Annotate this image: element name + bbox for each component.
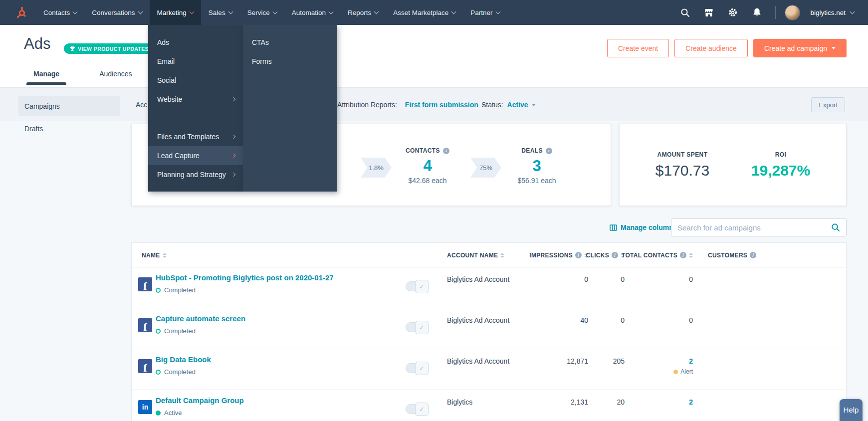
status-text: Completed bbox=[164, 368, 196, 376]
campaign-name-link[interactable]: Big Data Ebook bbox=[156, 355, 211, 364]
chevron-down-icon bbox=[228, 9, 233, 14]
total-contacts-cell: 0 bbox=[689, 316, 693, 324]
chevron-down-icon bbox=[495, 9, 500, 14]
chevron-down-icon bbox=[189, 9, 194, 14]
avatar[interactable] bbox=[785, 5, 800, 20]
deals-cost-each: $56.91 each bbox=[517, 177, 556, 185]
column-header-clicks[interactable]: CLICKS i bbox=[586, 243, 625, 267]
contacts-value: 4 bbox=[423, 157, 432, 175]
status-dropdown[interactable]: Active bbox=[507, 101, 536, 109]
info-icon[interactable]: i bbox=[546, 148, 552, 154]
tab-audiences[interactable]: Audiences bbox=[92, 66, 139, 85]
submenu-item-forms[interactable]: Forms bbox=[243, 52, 337, 71]
campaign-toggle[interactable]: ✓ bbox=[406, 281, 428, 291]
chevron-down-icon bbox=[272, 9, 277, 14]
status-completed-icon bbox=[156, 288, 161, 293]
nav-contacts[interactable]: Contacts bbox=[36, 0, 84, 25]
tab-manage[interactable]: Manage bbox=[26, 66, 66, 85]
campaign-status: Completed bbox=[156, 368, 196, 376]
chevron-down-icon[interactable] bbox=[850, 9, 855, 14]
column-header-account-name[interactable]: ACCOUNT NAME bbox=[447, 243, 504, 267]
info-icon[interactable]: i bbox=[680, 252, 686, 258]
search-icon[interactable] bbox=[675, 3, 694, 22]
status-completed-icon bbox=[156, 329, 161, 334]
menu-item-email[interactable]: Email bbox=[148, 52, 243, 71]
view-product-updates-badge[interactable]: VIEW PRODUCT UPDATES bbox=[64, 43, 154, 54]
search-input[interactable] bbox=[677, 223, 827, 232]
total-contacts-link[interactable]: 2 bbox=[689, 398, 693, 406]
chevron-right-icon bbox=[231, 135, 235, 139]
sidebar-item-campaigns[interactable]: Campaigns bbox=[18, 96, 120, 116]
menu-item-files-and-templates[interactable]: Files and Templates bbox=[148, 127, 243, 146]
conversion-rate-2: 75% bbox=[479, 164, 492, 172]
menu-item-social[interactable]: Social bbox=[148, 71, 243, 90]
campaign-toggle[interactable]: ✓ bbox=[406, 404, 428, 414]
submenu-item-ctas[interactable]: CTAs bbox=[243, 33, 337, 52]
nav-conversations-label: Conversations bbox=[92, 9, 135, 16]
account-name[interactable]: biglytics.net bbox=[810, 9, 846, 16]
nav-sales[interactable]: Sales bbox=[201, 0, 240, 25]
lead-capture-submenu: CTAs Forms bbox=[243, 25, 337, 192]
nav-reports-label: Reports bbox=[348, 9, 371, 16]
nav-reports[interactable]: Reports bbox=[340, 0, 386, 25]
create-audience-button[interactable]: Create audience bbox=[674, 39, 748, 57]
campaign-name-link[interactable]: Capture automate screen bbox=[156, 314, 245, 323]
notifications-bell-icon[interactable] bbox=[747, 3, 766, 22]
menu-item-website[interactable]: Website bbox=[148, 90, 243, 109]
info-icon[interactable]: i bbox=[612, 252, 618, 258]
export-button[interactable]: Export bbox=[811, 97, 845, 112]
campaign-status: Active bbox=[156, 409, 182, 417]
create-event-button[interactable]: Create event bbox=[607, 39, 669, 57]
info-icon[interactable]: i bbox=[443, 148, 449, 154]
attribution-dropdown[interactable]: First form submission bbox=[405, 101, 486, 109]
menu-item-planning-and-strategy[interactable]: Planning and Strategy bbox=[148, 165, 243, 184]
campaigns-table: NAME ACCOUNT NAME IMPRESSIONS i CLICKS i… bbox=[131, 242, 847, 421]
manage-columns-button[interactable]: Manage columns bbox=[610, 223, 677, 231]
campaign-name-link[interactable]: Default Campaign Group bbox=[156, 396, 244, 405]
gear-icon[interactable] bbox=[723, 3, 742, 22]
deals-stat-label: DEALS i bbox=[521, 147, 552, 154]
sidebar-item-drafts[interactable]: Drafts bbox=[18, 119, 120, 138]
column-header-name[interactable]: NAME bbox=[142, 243, 167, 267]
column-header-total-contacts[interactable]: TOTAL CONTACTS i bbox=[622, 243, 693, 267]
campaign-toggle[interactable]: ✓ bbox=[406, 322, 428, 332]
search-icon[interactable] bbox=[831, 223, 840, 232]
page-tabs: Manage Audiences bbox=[26, 66, 139, 85]
sort-icon bbox=[163, 253, 167, 258]
column-header-customers[interactable]: CUSTOMERS i bbox=[708, 243, 756, 267]
account-filter-partial[interactable]: Acc bbox=[136, 88, 147, 122]
nav-right-tools: biglytics.net bbox=[675, 0, 868, 25]
hubspot-logo[interactable] bbox=[0, 0, 36, 25]
menu-item-ads[interactable]: Ads bbox=[148, 33, 243, 52]
create-ad-campaign-button[interactable]: Create ad campaign bbox=[753, 39, 847, 57]
nav-automation[interactable]: Automation bbox=[284, 0, 340, 25]
toggle-knob: ✓ bbox=[415, 362, 429, 375]
marketplace-icon[interactable] bbox=[699, 3, 718, 22]
nav-asset-marketplace[interactable]: Asset Marketplace bbox=[386, 0, 463, 25]
column-label: TOTAL CONTACTS bbox=[622, 252, 677, 259]
impressions-cell: 2,131 bbox=[571, 398, 588, 406]
amount-spent-value: $170.73 bbox=[655, 162, 709, 179]
campaign-toggle[interactable]: ✓ bbox=[406, 363, 428, 373]
nav-conversations[interactable]: Conversations bbox=[84, 0, 149, 25]
account-name-cell: Biglytics Ad Account bbox=[447, 275, 509, 283]
nav-partner[interactable]: Partner bbox=[463, 0, 507, 25]
campaign-name-link[interactable]: HubSpot - Promoting Biglytics post on 20… bbox=[156, 273, 334, 282]
nav-marketing[interactable]: Marketing bbox=[150, 0, 201, 25]
info-icon[interactable]: i bbox=[575, 252, 582, 258]
column-header-impressions[interactable]: IMPRESSIONS i bbox=[529, 243, 588, 267]
info-icon[interactable]: i bbox=[750, 252, 756, 258]
nav-service[interactable]: Service bbox=[240, 0, 284, 25]
nav-marketing-label: Marketing bbox=[157, 9, 187, 16]
chevron-down-icon bbox=[374, 9, 379, 14]
alert-dot-icon bbox=[673, 370, 678, 374]
menu-item-lead-capture[interactable]: Lead Capture bbox=[148, 146, 243, 165]
campaign-search bbox=[671, 218, 847, 236]
contacts-stat-label: CONTACTS i bbox=[406, 147, 449, 154]
top-navigation: Contacts Conversations Marketing Sales S… bbox=[0, 0, 868, 25]
help-button[interactable]: Help bbox=[840, 399, 863, 421]
linkedin-icon: in bbox=[138, 400, 152, 414]
toggle-knob: ✓ bbox=[415, 321, 429, 334]
chevron-down-icon bbox=[451, 9, 456, 14]
total-contacts-link[interactable]: 2 bbox=[689, 357, 693, 365]
